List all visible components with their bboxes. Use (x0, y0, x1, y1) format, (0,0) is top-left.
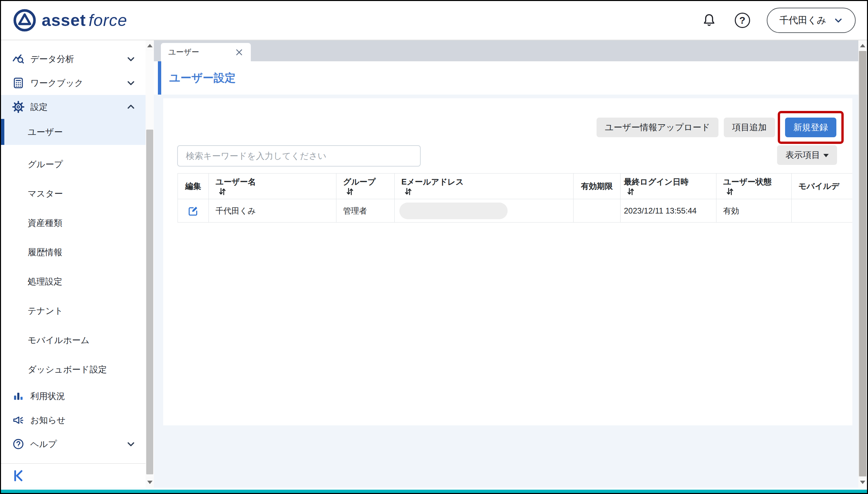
logo-mark-icon (12, 8, 37, 33)
user-name: 千代田くみ (779, 14, 826, 27)
scroll-down-arrow[interactable] (859, 477, 867, 488)
help-button[interactable]: ? (733, 11, 751, 29)
settings-submenu: グループ マスター 資産種類 履歴情報 処理設定 テナント モバイルホーム ダッ… (1, 150, 146, 384)
sidebar-item-groups[interactable]: グループ (1, 150, 146, 179)
title-band: ユーザー設定 (154, 61, 859, 95)
sidebar: データ分析 ワークブッ (1, 40, 146, 488)
sidebar-scrollbar[interactable] (146, 40, 154, 488)
users-table-wrap: 編集 ユーザー名 グループ Eメールアドレス 有効期限 最終ログイン日時 ユーザ… (177, 173, 852, 223)
scroll-up-arrow[interactable] (146, 40, 154, 51)
workbook-icon (12, 77, 25, 89)
redacted-email (399, 203, 508, 219)
sidebar-item-label: データ分析 (30, 53, 126, 65)
sidebar-item-label: ダッシュボード設定 (28, 364, 136, 375)
upload-user-info-button[interactable]: ユーザー情報アップロード (597, 118, 718, 137)
search-input[interactable] (177, 145, 421, 167)
tab-label: ユーザー (168, 47, 235, 57)
bar-chart-icon (12, 391, 25, 402)
col-header-expiry: 有効期限 (574, 174, 620, 199)
scrollbar-track[interactable] (146, 51, 154, 477)
question-circle-icon: ? (735, 13, 750, 28)
scroll-down-arrow[interactable] (146, 477, 154, 488)
main-area: ユーザー ユーザー設定 ユーザー情報アップロード 項目追加 新規登録 (154, 40, 859, 488)
sidebar-item-label: 設定 (30, 101, 126, 113)
sidebar-item-label: ヘルプ (30, 438, 126, 450)
sidebar-item-label: グループ (28, 158, 136, 170)
sort-icon[interactable] (404, 187, 412, 196)
bell-icon (701, 13, 717, 28)
notifications-button[interactable] (700, 11, 718, 29)
col-header-group[interactable]: グループ (336, 174, 395, 199)
sidebar-item-label: マスター (28, 188, 136, 200)
register-new-button[interactable]: 新規登録 (785, 118, 836, 137)
chart-search-icon (12, 53, 25, 65)
col-header-last-login[interactable]: 最終ログイン日時 (620, 174, 716, 199)
bottom-accent-line (1, 488, 867, 493)
header-actions: ? 千代田くみ (700, 8, 856, 33)
users-card: ユーザー情報アップロード 項目追加 新規登録 表示項目 (163, 98, 852, 425)
sidebar-item-help[interactable]: ヘルプ (1, 432, 146, 456)
add-item-button[interactable]: 項目追加 (724, 118, 775, 137)
col-header-username[interactable]: ユーザー名 (209, 174, 336, 199)
collapse-sidebar-button[interactable] (1, 464, 146, 488)
sidebar-item-usage[interactable]: 利用状況 (1, 384, 146, 408)
sidebar-item-workbook[interactable]: ワークブック (1, 71, 146, 95)
sort-icon[interactable] (726, 187, 734, 196)
edit-cell (178, 199, 209, 223)
sort-icon[interactable] (626, 187, 635, 196)
scroll-up-arrow[interactable] (859, 40, 867, 51)
users-table: 編集 ユーザー名 グループ Eメールアドレス 有効期限 最終ログイン日時 ユーザ… (177, 173, 852, 223)
sidebar-item-label: 資産種類 (28, 217, 136, 229)
col-header-user-status[interactable]: ユーザー状態 (716, 174, 792, 199)
table-header-row: 編集 ユーザー名 グループ Eメールアドレス 有効期限 最終ログイン日時 ユーザ… (178, 174, 853, 199)
app-header: assetforce ? 千代田くみ (1, 1, 867, 40)
close-icon[interactable] (235, 48, 244, 57)
sidebar-item-asset-types[interactable]: 資産種類 (1, 208, 146, 238)
sidebar-item-history[interactable]: 履歴情報 (1, 238, 146, 267)
sidebar-item-data-analysis[interactable]: データ分析 (1, 47, 146, 71)
tab-bar: ユーザー (154, 40, 859, 61)
sidebar-item-mobile-home[interactable]: モバイルホーム (1, 325, 146, 355)
chevron-down-icon (834, 16, 843, 25)
sidebar-group-settings: 設定 ユーザー (1, 95, 146, 145)
sidebar-item-master[interactable]: マスター (1, 179, 146, 208)
user-menu[interactable]: 千代田くみ (767, 8, 856, 33)
app-body: データ分析 ワークブッ (1, 40, 867, 488)
col-header-edit: 編集 (178, 174, 209, 199)
col-header-mobile-device: モバイルデ (792, 174, 853, 199)
tab-users[interactable]: ユーザー (161, 43, 251, 61)
sidebar-item-dashboard-settings[interactable]: ダッシュボード設定 (1, 355, 146, 384)
username-cell: 千代田くみ (209, 199, 336, 223)
page-title: ユーザー設定 (169, 71, 236, 86)
sort-icon[interactable] (346, 187, 354, 196)
sort-icon[interactable] (218, 187, 226, 196)
scrollbar-thumb[interactable] (146, 130, 153, 474)
sidebar-item-notices[interactable]: お知らせ (1, 408, 146, 432)
sidebar-item-processing[interactable]: 処理設定 (1, 267, 146, 296)
sidebar-item-label: ユーザー (28, 126, 136, 138)
annotation-highlight-box: 新規登録 (778, 111, 844, 144)
sidebar-item-label: モバイルホーム (28, 335, 136, 346)
chevron-down-icon (126, 54, 136, 64)
edit-icon[interactable] (188, 205, 199, 216)
display-items-label: 表示項目 (785, 150, 820, 160)
main-scrollbar[interactable] (859, 40, 867, 488)
sidebar-item-label: お知らせ (30, 414, 136, 426)
sidebar-item-users[interactable]: ユーザー (1, 119, 146, 145)
email-cell (395, 199, 574, 223)
sidebar-item-settings[interactable]: 設定 (1, 95, 146, 119)
last-login-cell: 2023/12/11 13:55:44 (620, 199, 716, 223)
sidebar-item-tenant[interactable]: テナント (1, 296, 146, 325)
logo-text-bold: asset (42, 11, 86, 30)
sidebar-item-label: ワークブック (30, 77, 126, 89)
chevron-up-icon (126, 102, 136, 112)
collapse-sidebar-icon (12, 469, 26, 483)
scrollbar-thumb[interactable] (859, 51, 866, 476)
col-header-email[interactable]: Eメールアドレス (395, 174, 574, 199)
group-cell: 管理者 (336, 199, 395, 223)
display-items-button[interactable]: 表示項目 (777, 145, 837, 165)
logo-text: assetforce (42, 11, 127, 30)
logo: assetforce (12, 8, 127, 33)
scrollbar-track[interactable] (859, 51, 867, 477)
expiry-cell (574, 199, 620, 223)
